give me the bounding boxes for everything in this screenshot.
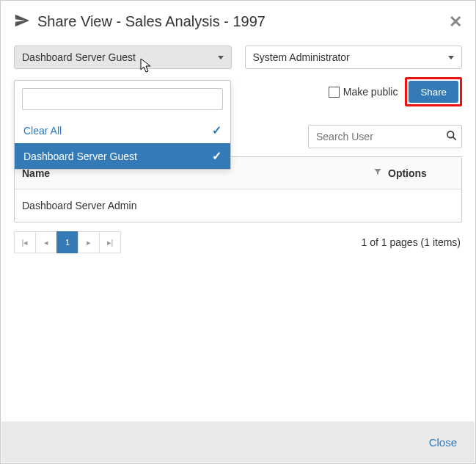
- search-icon[interactable]: [446, 130, 457, 144]
- check-icon: ✓: [212, 149, 221, 163]
- svg-point-0: [447, 131, 454, 137]
- pager-current-label: 1: [65, 238, 70, 247]
- dropdown-item-guest[interactable]: Dashboard Server Guest ✓: [15, 143, 230, 169]
- row-name: Dashboard Server Admin: [15, 200, 366, 211]
- table-row[interactable]: Dashboard Server Admin: [15, 189, 461, 222]
- chevron-down-icon: [218, 56, 224, 59]
- col-header-options[interactable]: Options: [388, 167, 427, 179]
- guest-select[interactable]: Dashboard Server Guest: [14, 46, 232, 69]
- chevron-down-icon: [448, 56, 454, 59]
- dialog-title: Share View - Sales Analysis - 1997: [37, 13, 266, 30]
- close-button-label: Close: [429, 436, 457, 449]
- checkbox-icon: [329, 87, 340, 98]
- guest-select-label: Dashboard Server Guest: [22, 51, 136, 63]
- guest-dropdown-panel: Clear All ✓ Dashboard Server Guest ✓: [14, 80, 231, 170]
- share-button-label: Share: [420, 87, 447, 98]
- pager-page-1[interactable]: 1: [56, 231, 78, 253]
- close-icon[interactable]: ✕: [449, 14, 462, 30]
- share-highlight: Share: [405, 77, 462, 106]
- dropdown-clear-label: Clear All: [23, 125, 62, 137]
- dropdown-item-label: Dashboard Server Guest: [23, 151, 137, 162]
- svg-line-1: [453, 137, 455, 139]
- make-public-label: Make public: [343, 86, 398, 98]
- make-public-checkbox[interactable]: Make public: [329, 86, 398, 98]
- pager-info: 1 of 1 pages (1 items): [362, 236, 462, 248]
- dropdown-search[interactable]: [22, 88, 223, 110]
- role-select[interactable]: System Administrator: [245, 46, 463, 69]
- search-user-field[interactable]: [308, 125, 462, 148]
- share-button[interactable]: Share: [409, 81, 458, 103]
- close-button[interactable]: Close: [429, 436, 457, 449]
- pager: |◂ ◂ 1 ▸ ▸|: [14, 231, 120, 253]
- role-select-label: System Administrator: [253, 51, 350, 63]
- check-icon: ✓: [212, 123, 221, 137]
- share-icon: [14, 12, 30, 31]
- filter-icon[interactable]: [373, 167, 382, 178]
- pager-prev[interactable]: ◂: [35, 231, 57, 253]
- pager-first[interactable]: |◂: [14, 231, 36, 253]
- dropdown-search-input[interactable]: [23, 89, 222, 109]
- pager-next[interactable]: ▸: [78, 231, 100, 253]
- pager-last[interactable]: ▸|: [99, 231, 121, 253]
- dropdown-clear-all[interactable]: Clear All ✓: [15, 117, 230, 143]
- search-input[interactable]: [315, 130, 446, 143]
- dialog-footer: Close: [1, 421, 475, 463]
